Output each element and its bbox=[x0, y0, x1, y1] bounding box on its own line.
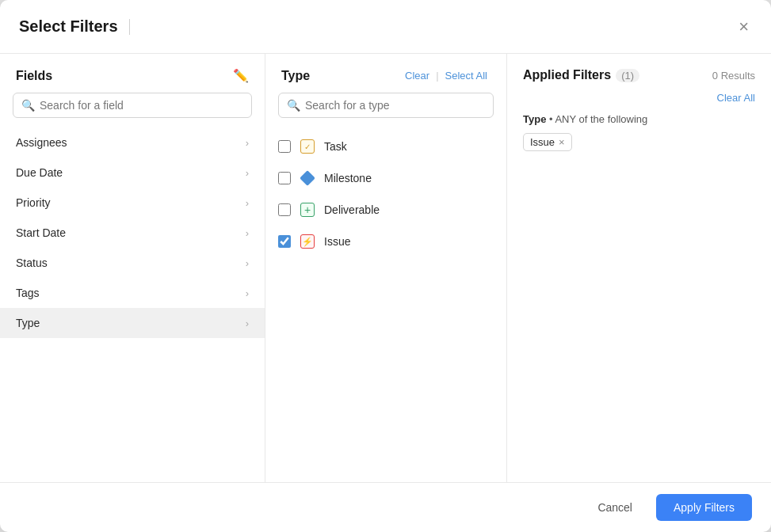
type-checkbox[interactable] bbox=[278, 140, 291, 153]
fields-panel-header: Fields ✏️ bbox=[0, 54, 265, 93]
filter-group-field: Type bbox=[523, 113, 546, 125]
field-item[interactable]: Type › bbox=[0, 308, 265, 338]
field-item-label: Priority bbox=[16, 196, 51, 209]
filter-tag: Issue × bbox=[523, 133, 572, 151]
type-clear-button[interactable]: Clear bbox=[402, 68, 433, 83]
field-item[interactable]: Tags › bbox=[0, 278, 265, 308]
filter-group: Type • ANY of the following Issue × bbox=[523, 113, 755, 151]
applied-filters-body: Type • ANY of the following Issue × bbox=[507, 110, 771, 482]
chevron-right-icon: › bbox=[246, 257, 249, 269]
type-item-label: Deliverable bbox=[324, 203, 380, 216]
fields-search-box: 🔍 bbox=[13, 93, 252, 118]
field-item-label: Tags bbox=[16, 287, 40, 299]
field-item[interactable]: Start Date › bbox=[0, 218, 265, 248]
field-item-label: Status bbox=[16, 256, 48, 269]
type-list: ✓ Task Milestone + Deliverable ⚡ Issue bbox=[265, 127, 506, 482]
field-item[interactable]: Assignees › bbox=[0, 127, 265, 158]
select-filters-dialog: Select Filters × Fields ✏️ 🔍 Assignees ›… bbox=[0, 0, 771, 532]
field-item-label: Assignees bbox=[16, 136, 67, 149]
fields-search-icon: 🔍 bbox=[21, 99, 35, 112]
field-item[interactable]: Status › bbox=[0, 248, 265, 278]
close-button[interactable]: × bbox=[735, 15, 752, 39]
fields-list: Assignees › Due Date › Priority › Start … bbox=[0, 127, 265, 482]
deliverable-icon: + bbox=[299, 201, 316, 218]
fields-search-input[interactable] bbox=[40, 99, 243, 112]
type-actions-separator: | bbox=[436, 70, 438, 82]
results-count: 0 Results bbox=[712, 70, 755, 82]
chevron-right-icon: › bbox=[246, 227, 249, 239]
type-item[interactable]: ✓ Task bbox=[265, 131, 506, 162]
fields-panel-title: Fields bbox=[16, 69, 52, 83]
type-search-icon: 🔍 bbox=[287, 99, 300, 112]
type-search-input[interactable] bbox=[305, 99, 485, 112]
filter-group-label: Type • ANY of the following bbox=[523, 113, 755, 125]
field-item[interactable]: Priority › bbox=[0, 188, 265, 218]
type-checkbox[interactable] bbox=[278, 235, 291, 248]
chevron-right-icon: › bbox=[246, 197, 249, 209]
task-icon: ✓ bbox=[299, 138, 316, 155]
applied-filters-count: (1) bbox=[616, 69, 639, 82]
type-item-label: Issue bbox=[324, 235, 350, 248]
type-checkbox[interactable] bbox=[278, 172, 291, 184]
type-item[interactable]: Milestone bbox=[265, 162, 506, 194]
type-checkbox[interactable] bbox=[278, 203, 291, 216]
filter-tag-remove-button[interactable]: × bbox=[559, 137, 565, 147]
applied-filters-header: Applied Filters (1) 0 Results bbox=[507, 54, 771, 92]
filter-tags: Issue × bbox=[523, 133, 755, 151]
header-divider bbox=[129, 19, 130, 35]
cancel-button[interactable]: Cancel bbox=[583, 494, 647, 521]
apply-filters-button[interactable]: Apply Filters bbox=[656, 494, 752, 521]
type-panel-header: Type Clear | Select All bbox=[265, 54, 506, 93]
clear-all-button[interactable]: Clear All bbox=[507, 92, 771, 110]
dialog-body: Fields ✏️ 🔍 Assignees › Due Date › Prior… bbox=[0, 54, 771, 482]
applied-filters-panel: Applied Filters (1) 0 Results Clear All … bbox=[507, 54, 771, 482]
chevron-right-icon: › bbox=[246, 137, 249, 149]
type-search-box: 🔍 bbox=[278, 93, 494, 118]
field-item-label: Type bbox=[16, 317, 40, 329]
type-item[interactable]: ⚡ Issue bbox=[265, 226, 506, 257]
issue-icon: ⚡ bbox=[299, 233, 316, 250]
fields-panel: Fields ✏️ 🔍 Assignees › Due Date › Prior… bbox=[0, 54, 265, 482]
type-item-label: Task bbox=[324, 140, 347, 153]
filter-tag-label: Issue bbox=[530, 136, 555, 148]
dialog-header: Select Filters × bbox=[0, 0, 771, 54]
type-panel-title: Type bbox=[281, 69, 310, 83]
type-actions: Clear | Select All bbox=[402, 68, 490, 83]
type-panel: Type Clear | Select All 🔍 ✓ Task Milesto… bbox=[265, 54, 507, 482]
chevron-right-icon: › bbox=[246, 317, 249, 329]
chevron-right-icon: › bbox=[246, 287, 249, 299]
applied-filters-title: Applied Filters bbox=[523, 68, 611, 82]
type-select-all-button[interactable]: Select All bbox=[442, 68, 490, 83]
dialog-footer: Cancel Apply Filters bbox=[0, 482, 771, 532]
chevron-right-icon: › bbox=[246, 167, 249, 179]
type-item[interactable]: + Deliverable bbox=[265, 194, 506, 226]
field-item[interactable]: Due Date › bbox=[0, 158, 265, 188]
type-item-label: Milestone bbox=[324, 172, 372, 184]
field-item-label: Start Date bbox=[16, 226, 66, 239]
milestone-icon bbox=[299, 169, 316, 187]
field-item-label: Due Date bbox=[16, 166, 63, 179]
edit-icon[interactable]: ✏️ bbox=[233, 68, 249, 83]
dialog-title: Select Filters bbox=[19, 17, 118, 36]
